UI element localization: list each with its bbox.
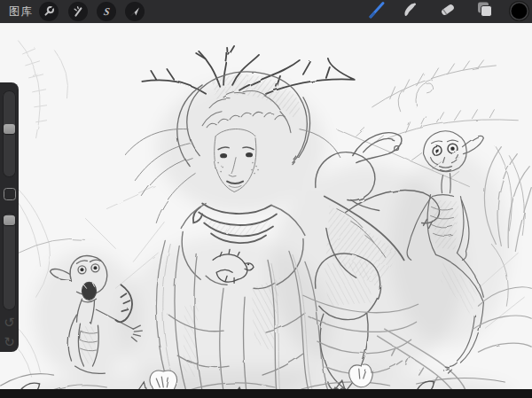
redo-button[interactable]: ↻ xyxy=(0,334,19,350)
eraser-icon xyxy=(437,0,458,24)
procreate-app: 图库 xyxy=(0,0,532,398)
brush-icon xyxy=(365,0,388,24)
brush-size-slider[interactable] xyxy=(3,90,16,177)
app-background-strip xyxy=(0,389,532,398)
modify-button[interactable] xyxy=(4,188,16,200)
smudge-finger-icon xyxy=(400,0,421,24)
brush-size-handle[interactable] xyxy=(4,124,15,134)
magic-wand-icon xyxy=(71,4,85,19)
canvas-artwork[interactable] xyxy=(0,23,532,389)
layers-button[interactable] xyxy=(473,1,497,22)
selection-button[interactable]: S xyxy=(97,2,116,21)
wrench-icon xyxy=(42,4,56,19)
smudge-tool-button[interactable] xyxy=(399,1,422,22)
adjustments-button[interactable] xyxy=(68,2,88,21)
brush-sidebar: ↺ ↻ xyxy=(0,82,19,352)
undo-button[interactable]: ↺ xyxy=(0,315,19,331)
layers-icon xyxy=(474,0,496,24)
opacity-slider[interactable] xyxy=(3,213,16,310)
paint-tool-button[interactable] xyxy=(365,1,388,22)
selection-s-glyph: S xyxy=(103,5,111,19)
transform-button[interactable] xyxy=(125,2,145,21)
actions-button[interactable] xyxy=(39,2,59,21)
top-toolbar: 图库 xyxy=(0,0,532,23)
opacity-handle[interactable] xyxy=(4,215,15,225)
gallery-button[interactable]: 图库 xyxy=(9,0,33,23)
erase-tool-button[interactable] xyxy=(436,1,459,22)
canvas[interactable] xyxy=(0,23,532,389)
arrow-cursor-icon xyxy=(128,4,142,19)
color-swatch[interactable] xyxy=(510,2,528,20)
